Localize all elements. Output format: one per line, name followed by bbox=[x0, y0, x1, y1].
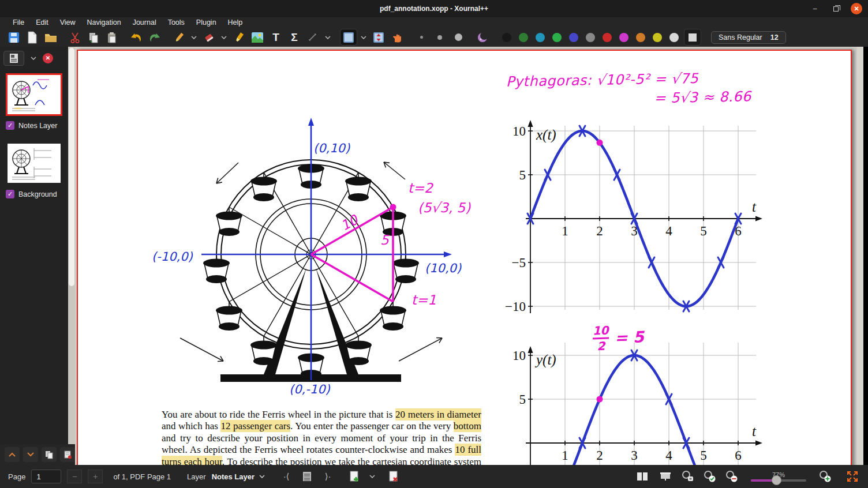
redo-button[interactable] bbox=[147, 29, 163, 45]
zoom-fit-button[interactable] bbox=[703, 470, 717, 483]
delete-page-sidebar-button[interactable] bbox=[60, 447, 75, 462]
canvas-area[interactable]: Pythagoras: √10²-5² = √75 = 5√3 ≈ 8.66 (… bbox=[75, 47, 868, 465]
color-picker-button[interactable] bbox=[684, 29, 701, 45]
close-button[interactable]: ✕ bbox=[851, 3, 862, 14]
notes-layer-checkbox[interactable]: ✓ bbox=[6, 121, 14, 130]
presentation-mode-button[interactable] bbox=[658, 469, 673, 484]
menu-journal[interactable]: Journal bbox=[128, 18, 161, 27]
vertical-space-button[interactable] bbox=[371, 29, 387, 45]
layer-selector[interactable]: Notes Layer bbox=[212, 472, 265, 481]
fill-crescent-icon bbox=[476, 31, 489, 44]
page-plus-button[interactable]: + bbox=[88, 470, 103, 483]
color-swatch[interactable] bbox=[619, 33, 628, 42]
copy-button[interactable] bbox=[85, 29, 102, 45]
page-number-input[interactable]: 1 bbox=[31, 470, 61, 483]
menu-tools[interactable]: Tools bbox=[163, 18, 189, 27]
color-swatch[interactable] bbox=[636, 33, 645, 42]
undo-button[interactable] bbox=[128, 29, 144, 45]
color-swatch[interactable] bbox=[569, 33, 578, 42]
handwritten-label: (0,-10) bbox=[289, 382, 331, 396]
color-swatch[interactable] bbox=[653, 33, 662, 42]
color-swatch[interactable] bbox=[502, 33, 511, 42]
font-button[interactable]: Sans Regular 12 bbox=[711, 31, 786, 44]
scissors-icon bbox=[69, 32, 81, 43]
previous-annotated-page-button[interactable]: ·⟨ bbox=[279, 469, 294, 484]
zoom-fit-icon bbox=[703, 470, 717, 483]
menu-file[interactable]: File bbox=[8, 18, 29, 27]
copy-page-button[interactable] bbox=[42, 447, 57, 462]
color-swatch[interactable] bbox=[552, 33, 562, 42]
highlighter-tool-button[interactable] bbox=[231, 29, 247, 45]
restore-button[interactable] bbox=[830, 3, 841, 14]
sidebar-scrollbar-thumb[interactable] bbox=[69, 48, 74, 286]
pen-size-medium-button[interactable] bbox=[432, 29, 448, 45]
next-page-button[interactable] bbox=[23, 447, 38, 462]
drawing-type-dropdown[interactable] bbox=[323, 29, 332, 45]
rect-select-button[interactable] bbox=[341, 29, 357, 45]
new-file-button[interactable] bbox=[24, 29, 40, 45]
pdf-page[interactable]: Pythagoras: √10²-5² = √75 = 5√3 ≈ 8.66 (… bbox=[77, 50, 852, 465]
canvas-vertical-scrollbar[interactable] bbox=[856, 47, 863, 465]
handwritten-pythagoras-note: Pythagoras: √10²-5² = √75 = 5√3 ≈ 8.66 bbox=[506, 68, 751, 110]
menu-navigation[interactable]: Navigation bbox=[83, 18, 126, 27]
close-sidebar-button[interactable]: ✕ bbox=[43, 53, 53, 63]
zoom-control: 77% bbox=[747, 471, 810, 482]
color-swatch[interactable] bbox=[603, 33, 612, 42]
layer-preview-button[interactable] bbox=[3, 51, 24, 66]
pen-options-dropdown[interactable] bbox=[189, 29, 199, 45]
paste-icon bbox=[106, 32, 118, 43]
pen-size-fine-button[interactable] bbox=[413, 29, 429, 45]
open-button[interactable] bbox=[43, 29, 59, 45]
layer-thumbnail-notes[interactable] bbox=[8, 75, 61, 114]
hand-tool-button[interactable] bbox=[389, 29, 405, 45]
pen-tool-button[interactable] bbox=[171, 29, 187, 45]
insert-image-button[interactable] bbox=[249, 29, 265, 45]
body-text: . You enter the passenger car on the ver… bbox=[290, 421, 454, 431]
paste-button[interactable] bbox=[104, 29, 120, 45]
page-template-dropdown[interactable] bbox=[368, 469, 377, 485]
xournalpp-window: pdf_annotation.xopp - Xournal++ – ✕ File… bbox=[0, 0, 868, 488]
math-tex-button[interactable]: Σ bbox=[286, 29, 302, 45]
zoom-in-button[interactable] bbox=[818, 470, 832, 483]
select-options-dropdown[interactable] bbox=[359, 29, 368, 45]
menu-edit[interactable]: Edit bbox=[31, 18, 53, 27]
sidebar-dropdown[interactable] bbox=[29, 50, 38, 66]
page-overview-button[interactable] bbox=[300, 469, 315, 484]
save-button[interactable] bbox=[6, 29, 22, 45]
new-page-button[interactable] bbox=[347, 469, 362, 484]
body-text: and which has bbox=[162, 421, 220, 431]
dual-page-view-button[interactable] bbox=[635, 469, 650, 484]
background-layer-checkbox[interactable]: ✓ bbox=[6, 190, 14, 198]
color-swatch[interactable] bbox=[519, 33, 528, 42]
pen-size-thick-button[interactable] bbox=[450, 29, 466, 45]
eraser-tool-button[interactable] bbox=[201, 29, 217, 45]
minimize-button[interactable]: – bbox=[809, 3, 821, 14]
menu-plugin[interactable]: Plugin bbox=[192, 18, 221, 27]
pen-fill-button[interactable] bbox=[474, 29, 491, 45]
ferris-wheel-figure: (0,10)(-10,0)(10,0)(0,-10)t=2(5√3, 5)105… bbox=[151, 105, 474, 441]
eraser-options-dropdown[interactable] bbox=[219, 29, 229, 45]
color-swatch[interactable] bbox=[536, 33, 545, 42]
text-tool-button[interactable]: T bbox=[268, 29, 284, 45]
next-annotated-page-button[interactable]: ⟩· bbox=[320, 469, 335, 484]
text-icon: T bbox=[272, 32, 279, 43]
delete-page-button[interactable] bbox=[386, 469, 401, 484]
shape-recognizer-button[interactable] bbox=[305, 29, 321, 45]
sidebar-scrollbar[interactable] bbox=[68, 47, 75, 444]
chart-x-of-t: 123456105−5−10x(t)t bbox=[504, 113, 770, 316]
zoom-out-button[interactable] bbox=[725, 470, 739, 483]
dual-page-icon bbox=[637, 472, 648, 481]
fullscreen-button[interactable] bbox=[845, 469, 860, 484]
color-swatch[interactable] bbox=[669, 33, 679, 42]
color-swatch[interactable] bbox=[586, 33, 595, 42]
page-minus-button[interactable]: − bbox=[67, 470, 82, 483]
layer-thumbnail-background[interactable] bbox=[8, 144, 61, 183]
cut-button[interactable] bbox=[67, 29, 83, 45]
menu-view[interactable]: View bbox=[55, 18, 80, 27]
zoom-slider-thumb[interactable] bbox=[772, 475, 781, 485]
status-bar: Page 1 − + of 1, PDF Page 1 Layer Notes … bbox=[0, 465, 868, 488]
menu-help[interactable]: Help bbox=[223, 18, 248, 27]
zoom-original-button[interactable] bbox=[681, 470, 695, 483]
previous-page-button[interactable] bbox=[5, 447, 20, 462]
zoom-slider[interactable] bbox=[751, 479, 806, 482]
